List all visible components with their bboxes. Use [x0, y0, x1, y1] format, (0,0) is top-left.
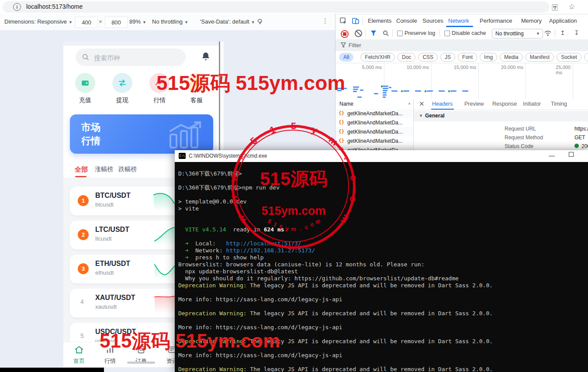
market-banner[interactable]: 市场行情: [70, 114, 213, 154]
more-options-icon[interactable]: ⋮: [322, 17, 329, 25]
maximize-icon[interactable]: [569, 152, 574, 157]
general-section-header[interactable]: ▼ General: [414, 111, 588, 121]
home-indicator[interactable]: [127, 362, 155, 364]
stamp-text-main: 515源码: [232, 167, 356, 191]
url-pill[interactable]: [3, 1, 550, 13]
chip-fetch-xhr[interactable]: Fetch/XHR: [360, 53, 395, 62]
header-value: GET: [574, 134, 585, 141]
tab-console[interactable]: Console: [396, 17, 417, 24]
clear-icon[interactable]: [355, 30, 362, 37]
network-toolbar: Preserve log Disable cache No throttling…: [336, 27, 588, 40]
rank-number: 5: [80, 332, 84, 339]
device-toolbar: Dimensions: Responsive▼ × 89%▼ No thrott…: [0, 14, 335, 31]
request-details-tabs: ✕ Headers Preview Response Initiator Tim…: [414, 99, 588, 110]
tab-elements[interactable]: Elements: [368, 17, 391, 24]
network-conditions-icon[interactable]: [544, 30, 551, 37]
scroll-up-icon[interactable]: ▲: [408, 101, 411, 105]
chip-media[interactable]: Media: [500, 53, 523, 62]
search-bar[interactable]: [76, 48, 186, 66]
viewport-height-input[interactable]: [105, 17, 128, 28]
tab-network[interactable]: Network: [448, 17, 469, 24]
chip-manifest[interactable]: Manifest: [526, 53, 554, 62]
import-har-icon[interactable]: ↥: [560, 29, 565, 36]
tab-sources[interactable]: Sources: [422, 17, 443, 24]
tab-preview[interactable]: Preview: [464, 101, 484, 107]
bell-icon[interactable]: [200, 51, 211, 62]
chip-wasm[interactable]: Wasm: [584, 53, 588, 62]
wallet-icon: [80, 78, 90, 88]
status-strip: [63, 41, 219, 46]
banner-title: 市场行情: [81, 121, 100, 148]
url-text[interactable]: localhost:5173/home: [26, 3, 83, 10]
filter-chips: All Fetch/XHR Doc CSS JS Font Img Media …: [336, 51, 588, 63]
chip-font[interactable]: Font: [458, 53, 477, 62]
home-icon: [74, 345, 84, 354]
record-icon[interactable]: [341, 30, 349, 38]
tab-headers[interactable]: Headers: [432, 101, 453, 107]
search-icon: [82, 53, 90, 61]
tab-application[interactable]: Application: [549, 17, 577, 24]
tab-performance[interactable]: Performance: [480, 17, 512, 24]
site-info-icon[interactable]: i: [13, 3, 21, 11]
preserve-log-label: Preserve log: [405, 30, 435, 36]
search-input[interactable]: [93, 50, 178, 65]
banner-chart-icon: [168, 121, 205, 148]
save-data-dropdown[interactable]: 'Save-Data': default▼: [200, 18, 255, 25]
chip-socket[interactable]: Socket: [557, 53, 581, 62]
filter-input[interactable]: Filter: [349, 42, 361, 48]
chip-js[interactable]: JS: [440, 53, 455, 62]
translate-icon[interactable]: 🈂: [552, 3, 558, 11]
tab-losers[interactable]: 跌幅榜: [118, 165, 137, 173]
tab-gainers[interactable]: 涨幅榜: [95, 165, 113, 173]
stamp-text-sub: 515ym.com: [232, 204, 356, 218]
header-value: 200 OK: [581, 143, 588, 149]
minimize-icon[interactable]: —: [549, 152, 555, 159]
quick-action-deposit[interactable]: 充值: [70, 73, 100, 104]
tab-response[interactable]: Response: [492, 101, 517, 107]
throttling-select[interactable]: No throttling▼: [492, 29, 543, 38]
bookmark-star-icon[interactable]: ☆: [568, 2, 575, 11]
search-icon[interactable]: [383, 30, 389, 36]
zoom-dropdown[interactable]: 89%▼: [129, 18, 146, 25]
terminal-line: ➜ press h to show help: [178, 254, 264, 261]
devtools-tab-bar: Elements Console Sources Network Perform…: [336, 14, 588, 28]
export-har-icon[interactable]: ↧: [574, 29, 579, 36]
json-request-icon: {}: [339, 119, 344, 125]
tab-timing[interactable]: Timing: [551, 101, 567, 107]
screen: i localhost:5173/home 🈂 ☆ Dimensions: Re…: [0, 0, 588, 372]
chip-css[interactable]: CSS: [418, 53, 438, 62]
terminal-line: Deprecation Warning: The legacy JS API i…: [178, 282, 493, 289]
device-toolbar-icon[interactable]: [352, 17, 359, 24]
chip-img[interactable]: Img: [480, 53, 497, 62]
nav-home[interactable]: 首页: [67, 345, 91, 365]
disable-cache-checkbox[interactable]: [444, 31, 450, 36]
bottom-black-strip: [0, 368, 104, 372]
requests-table-header: Name ▲: [336, 99, 413, 109]
rotate-device-icon[interactable]: ⟳: [256, 19, 264, 24]
terminal-line: > vite: [178, 205, 199, 212]
tab-all[interactable]: 全部: [75, 165, 88, 174]
cmd-icon: C:\: [179, 153, 186, 159]
rank-badge: 3: [78, 263, 89, 274]
header-value: https://679.1.haiwaiym26.top/api/inc: [574, 126, 588, 132]
network-overview-timeline[interactable]: 5,000 ms 10,000 ms 15,000 ms 20,000 ms 2…: [336, 63, 588, 100]
throttling-dropdown[interactable]: No throttling▼: [152, 18, 188, 25]
preserve-log-checkbox[interactable]: [397, 31, 403, 36]
tab-initiator[interactable]: Initiator: [523, 101, 541, 107]
tab-memory[interactable]: Memory: [521, 17, 542, 24]
filter-funnel-icon[interactable]: [370, 30, 377, 36]
active-tab-underline: [431, 109, 454, 110]
viewport-width-input[interactable]: [75, 17, 98, 28]
close-icon[interactable]: ✕: [419, 100, 425, 108]
status-ok-dot: [574, 144, 579, 148]
terminal-line: npx update-browserslist-db@latest: [178, 268, 298, 275]
quick-action-withdraw[interactable]: 提现: [107, 73, 138, 104]
request-row[interactable]: {}getKlineAndMarketDa...: [336, 109, 413, 118]
chip-all[interactable]: All: [339, 53, 353, 62]
chip-doc[interactable]: Doc: [398, 53, 415, 62]
terminal-line: Deprecation Warning: The legacy JS API i…: [178, 366, 493, 372]
inspect-icon[interactable]: [340, 17, 347, 24]
disable-cache-label: Disable cache: [452, 30, 486, 36]
terminal-line: Deprecation Warning: The legacy JS API i…: [178, 310, 493, 317]
dimensions-dropdown[interactable]: Dimensions: Responsive▼: [4, 18, 73, 25]
